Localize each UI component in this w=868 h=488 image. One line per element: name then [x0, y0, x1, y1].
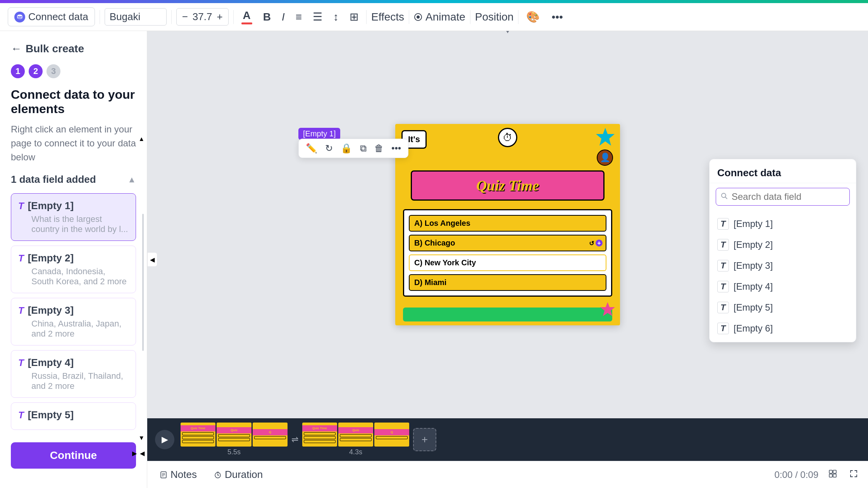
element-more-button[interactable]: ••• — [388, 141, 404, 155]
heart-icon: ♥ — [505, 31, 510, 35]
toolbar-divider-7 — [518, 10, 518, 24]
duration-button[interactable]: Duration — [209, 466, 267, 483]
element-delete-button[interactable]: 🗑 — [371, 141, 387, 155]
heart-icon-area: ♥ — [505, 31, 510, 36]
connect-data-item-3[interactable]: T [Empty 3] — [710, 255, 856, 276]
element-lock-button[interactable]: 🔒 — [338, 141, 355, 155]
data-field-item-5[interactable]: T [Empty 5] — [11, 402, 136, 430]
connect-data-item-4[interactable]: T [Empty 4] — [710, 276, 856, 297]
connect-data-button[interactable]: Connect data — [8, 7, 95, 26]
field-4-values: Russia, Brazil, Thailand, and 2 more — [18, 371, 129, 391]
star-top-right — [594, 126, 616, 149]
spacing-button[interactable]: ↕ — [330, 9, 342, 25]
toolbar-divider-2 — [171, 10, 172, 24]
item-3-type-icon: T — [717, 260, 729, 271]
answer-item-c: C) New York City — [409, 254, 606, 271]
scroll-left-arrow[interactable]: ◀ — [140, 450, 145, 457]
answer-a-text: A) Los Angeles — [414, 219, 470, 227]
play-button[interactable]: ▶ — [155, 430, 174, 449]
item-3-name: [Empty 3] — [734, 260, 773, 271]
svg-rect-19 — [833, 474, 836, 477]
element-refresh-button[interactable]: ↻ — [322, 141, 336, 155]
element-toolbar: ✏️ ↻ 🔒 ⧉ 🗑 ••• — [298, 139, 408, 158]
bold-button[interactable]: B — [260, 9, 274, 25]
mini-answer-2b-1 — [340, 434, 372, 437]
scroll-down-arrow[interactable]: ▼ — [138, 435, 145, 442]
connect-data-search-box — [716, 188, 850, 206]
timeline-bar: ♥ ▶ Quiz Time — [147, 418, 868, 461]
back-to-bulk-create-button[interactable]: ← Bulk create — [11, 43, 136, 55]
data-field-item-4[interactable]: T [Empty 4] Russia, Brazil, Thailand, an… — [11, 350, 136, 398]
field-5-name: [Empty 5] — [28, 409, 74, 421]
fullscreen-button[interactable] — [847, 466, 860, 483]
timeline-slide-thumb-1c[interactable]: Q — [253, 423, 288, 447]
connect-data-item-1[interactable]: T [Empty 1] — [710, 213, 856, 234]
top-gradient-bar — [0, 0, 868, 3]
timeline-slide-thumb-2c[interactable]: Q — [374, 423, 409, 447]
connect-data-search-input[interactable] — [732, 191, 847, 202]
font-size-increase-button[interactable]: + — [214, 10, 225, 24]
element-label-tag: [Empty 1] — [298, 128, 340, 140]
item-2-type-icon: T — [717, 239, 729, 251]
collapse-button[interactable]: ▲ — [127, 175, 136, 185]
grid-button[interactable]: ⊞ — [346, 9, 362, 25]
more-options-button[interactable]: ••• — [548, 9, 567, 25]
animate-button[interactable]: Animate — [414, 11, 465, 23]
scroll-up-arrow[interactable]: ▲ — [138, 136, 145, 143]
list-button[interactable]: ☰ — [310, 9, 326, 25]
steps-row: 1 2 3 — [11, 64, 136, 78]
mini-slide-pink-2c: Q — [374, 429, 409, 435]
connect-data-item-2[interactable]: T [Empty 2] — [710, 234, 856, 255]
scroll-right-arrow[interactable]: ▶ — [132, 450, 137, 457]
field-3-type-icon: T — [18, 305, 24, 316]
mini-slide-answers-1c — [253, 435, 288, 440]
connect-data-dropdown-title: Connect data — [710, 159, 856, 183]
mini-answer-2 — [182, 436, 214, 439]
continue-label: Continue — [50, 449, 97, 461]
text-color-letter: A — [243, 9, 251, 22]
svg-rect-16 — [829, 470, 832, 473]
timeline-slide-thumb-1b[interactable]: Quiz — [217, 423, 251, 447]
effects-button[interactable]: Effects — [371, 11, 404, 23]
cyan-star-icon — [594, 126, 616, 148]
text-color-button[interactable]: A — [238, 8, 255, 26]
connect-data-item-6[interactable]: T [Empty 6] — [710, 318, 856, 339]
timeline-add-slide-button[interactable]: + — [413, 428, 436, 451]
step-3-label: 3 — [51, 66, 56, 76]
timeline-slide-thumb-2b[interactable]: Quiz — [338, 423, 373, 447]
timeline-slide-2-duration: 4.3s — [349, 447, 362, 457]
duration-icon — [214, 471, 222, 479]
italic-button[interactable]: I — [279, 9, 288, 25]
timeline-slide-thumb-2a[interactable]: Quiz Time — [302, 423, 337, 447]
left-panel: ← Bulk create 1 2 3 Connect data to your… — [0, 31, 147, 488]
collapse-sidebar-button[interactable]: ◀ — [147, 253, 157, 267]
mini-answer-2c-1 — [376, 436, 408, 439]
align-button[interactable]: ≡ — [293, 9, 305, 25]
data-field-item-3[interactable]: T [Empty 3] China, Australia, Japan, and… — [11, 298, 136, 345]
connect-data-dropdown: Connect data T [Empty 1] — [709, 159, 856, 342]
font-name-input[interactable] — [105, 8, 167, 26]
timeline-slide-group-1: Quiz Time Quiz — [181, 423, 288, 457]
mini-answer-3 — [182, 440, 214, 443]
timeline-slide-1-duration: 5.5s — [227, 447, 241, 457]
grid-view-button[interactable] — [826, 466, 839, 483]
animate-label: Animate — [425, 11, 465, 23]
pink-star-icon — [599, 301, 616, 321]
answer-c-text: C) New York City — [414, 258, 476, 267]
timeline-slide-thumb-1a[interactable]: Quiz Time — [181, 423, 215, 447]
element-duplicate-button[interactable]: ⧉ — [357, 141, 370, 155]
notes-button[interactable]: Notes — [155, 466, 202, 483]
timeline-connector: ⇌ — [291, 435, 298, 445]
connect-data-item-5[interactable]: T [Empty 5] — [710, 297, 856, 318]
paint-button[interactable]: 🎨 — [523, 9, 543, 25]
continue-button[interactable]: Continue — [11, 442, 136, 469]
mini-slide-answers-2c — [374, 435, 409, 440]
svg-marker-3 — [596, 128, 615, 146]
font-size-decrease-button[interactable]: − — [180, 10, 190, 24]
data-field-item-2[interactable]: T [Empty 2] Canada, Indonesia, South Kor… — [11, 246, 136, 293]
position-button[interactable]: Position — [475, 11, 514, 23]
data-field-item-1[interactable]: T [Empty 1] What is the largest country … — [11, 193, 136, 241]
field-3-name: [Empty 3] — [28, 304, 74, 316]
element-edit-button[interactable]: ✏️ — [303, 141, 320, 155]
answer-d-text: D) Miami — [414, 278, 446, 287]
